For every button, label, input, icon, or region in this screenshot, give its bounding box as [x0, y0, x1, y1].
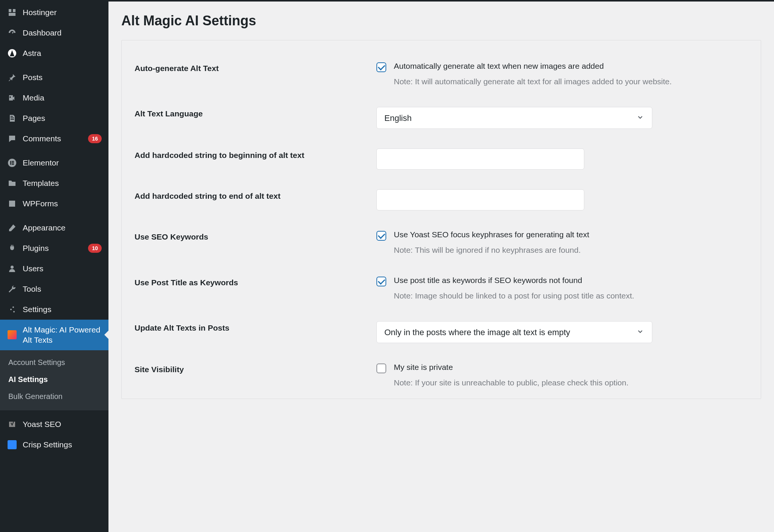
crisp-icon: [7, 439, 17, 450]
media-icon: [7, 93, 17, 103]
plug-icon: [7, 243, 17, 254]
sidebar-item-appearance[interactable]: Appearance: [0, 218, 108, 238]
folder-icon: [7, 178, 17, 189]
checkbox-auto-generate[interactable]: [376, 62, 386, 72]
form-icon: [7, 198, 17, 209]
main-content: Alt Magic AI Settings Auto-generate Alt …: [108, 0, 774, 532]
sidebar-item-users[interactable]: Users: [0, 258, 108, 279]
sidebar-item-label: Comments: [23, 133, 85, 144]
svg-point-9: [13, 311, 15, 312]
row-site-visibility: Site Visibility My site is private Note:…: [122, 353, 761, 398]
label-site-visibility: Site Visibility: [135, 363, 376, 388]
sidebar-item-label: Settings: [23, 304, 102, 314]
page-title: Alt Magic AI Settings: [121, 13, 761, 29]
row-suffix: Add hardcoded string to end of alt text: [122, 179, 761, 220]
sidebar-item-astra[interactable]: Astra: [0, 43, 108, 63]
sidebar-item-label: WPForms: [23, 198, 102, 209]
sidebar-item-hostinger[interactable]: Hostinger: [0, 2, 108, 23]
astra-icon: [7, 48, 17, 59]
checkbox-label-auto-generate: Automatically generate alt text when new…: [394, 62, 604, 71]
sidebar-item-plugins[interactable]: Plugins 10: [0, 238, 108, 258]
sidebar-item-label: Hostinger: [23, 7, 102, 17]
note-auto-generate: Note: It will automatically generate alt…: [394, 76, 686, 87]
checkbox-seo-keywords[interactable]: [376, 231, 386, 241]
sidebar-item-label: Pages: [23, 113, 102, 123]
sidebar-item-crisp-settings[interactable]: Crisp Settings: [0, 435, 108, 455]
sidebar-item-yoast-seo[interactable]: Yoast SEO: [0, 414, 108, 435]
sidebar-item-posts[interactable]: Posts: [0, 67, 108, 88]
select-language[interactable]: English: [376, 107, 652, 129]
sidebar-item-label: Posts: [23, 72, 102, 82]
svg-rect-2: [10, 161, 11, 165]
row-seo-keywords: Use SEO Keywords Use Yoast SEO focus key…: [122, 220, 761, 266]
row-prefix: Add hardcoded string to beginning of alt…: [122, 139, 761, 179]
note-site-visibility: Note: If your site is unreachable to pub…: [394, 377, 686, 388]
sidebar-item-label: Media: [23, 93, 102, 103]
comment-icon: [7, 133, 17, 144]
sidebar-item-tools[interactable]: Tools: [0, 279, 108, 299]
label-language: Alt Text Language: [135, 107, 376, 129]
pin-icon: [7, 72, 17, 83]
sliders-icon: [7, 304, 17, 315]
note-post-title: Note: Image should be linked to a post f…: [394, 290, 686, 302]
comments-count-badge: 16: [88, 134, 102, 143]
sidebar-item-comments[interactable]: Comments 16: [0, 128, 108, 149]
sidebar-item-label: Templates: [23, 178, 102, 188]
elementor-icon: [7, 158, 17, 168]
sidebar-item-label: Yoast SEO: [23, 419, 102, 429]
brush-icon: [7, 223, 17, 233]
label-update-posts: Update Alt Texts in Posts: [135, 321, 376, 343]
svg-rect-3: [12, 161, 14, 162]
label-post-title: Use Post Title as Keywords: [135, 276, 376, 302]
admin-sidebar: Hostinger Dashboard Astra Posts Media Pa…: [0, 0, 108, 532]
sidebar-item-label: Appearance: [23, 223, 102, 233]
sidebar-item-media[interactable]: Media: [0, 88, 108, 108]
sidebar-item-label: Alt Magic: AI Powered Alt Texts: [23, 325, 102, 345]
checkbox-label-site-visibility: My site is private: [394, 363, 453, 372]
pages-icon: [7, 113, 17, 124]
sidebar-item-wpforms[interactable]: WPForms: [0, 193, 108, 214]
row-update-posts: Update Alt Texts in Posts Only in the po…: [122, 311, 761, 353]
label-auto-generate: Auto-generate Alt Text: [135, 62, 376, 87]
alt-magic-submenu: Account Settings AI Settings Bulk Genera…: [0, 350, 108, 410]
sidebar-item-templates[interactable]: Templates: [0, 173, 108, 193]
row-auto-generate: Auto-generate Alt Text Automatically gen…: [122, 52, 761, 97]
sidebar-item-label: Plugins: [23, 243, 85, 253]
sidebar-item-alt-magic[interactable]: Alt Magic: AI Powered Alt Texts: [0, 320, 108, 350]
wrench-icon: [7, 284, 17, 294]
svg-point-8: [10, 309, 12, 310]
submenu-bulk-generation[interactable]: Bulk Generation: [0, 388, 108, 405]
svg-point-7: [12, 306, 14, 308]
sidebar-item-label: Dashboard: [23, 28, 102, 38]
submenu-account-settings[interactable]: Account Settings: [0, 354, 108, 371]
sidebar-item-label: Tools: [23, 284, 102, 294]
input-prefix[interactable]: [376, 148, 584, 170]
svg-rect-4: [12, 162, 14, 163]
submenu-ai-settings[interactable]: AI Settings: [0, 371, 108, 388]
row-post-title: Use Post Title as Keywords Use post titl…: [122, 266, 761, 311]
sidebar-item-dashboard[interactable]: Dashboard: [0, 23, 108, 43]
select-update-posts[interactable]: Only in the posts where the image alt te…: [376, 321, 652, 343]
label-prefix: Add hardcoded string to beginning of alt…: [135, 148, 376, 170]
svg-point-6: [11, 266, 14, 269]
altmagic-icon: [7, 329, 17, 340]
sidebar-item-label: Crisp Settings: [23, 439, 102, 450]
checkbox-post-title[interactable]: [376, 277, 386, 286]
label-suffix: Add hardcoded string to end of alt text: [135, 189, 376, 210]
svg-rect-5: [12, 164, 14, 165]
sidebar-item-label: Elementor: [23, 158, 102, 168]
sidebar-item-pages[interactable]: Pages: [0, 108, 108, 128]
row-language: Alt Text Language English: [122, 97, 761, 139]
yoast-icon: [7, 419, 17, 430]
label-seo-keywords: Use SEO Keywords: [135, 230, 376, 256]
note-seo-keywords: Note: This will be ignored if no keyphra…: [394, 244, 686, 256]
sidebar-item-elementor[interactable]: Elementor: [0, 153, 108, 173]
settings-panel: Auto-generate Alt Text Automatically gen…: [121, 40, 761, 399]
sidebar-item-label: Astra: [23, 48, 102, 58]
input-suffix[interactable]: [376, 189, 584, 210]
dashboard-icon: [7, 28, 17, 38]
sidebar-item-label: Users: [23, 263, 102, 274]
checkbox-site-visibility[interactable]: [376, 363, 386, 373]
sidebar-item-settings[interactable]: Settings: [0, 299, 108, 320]
hostinger-icon: [7, 7, 17, 18]
